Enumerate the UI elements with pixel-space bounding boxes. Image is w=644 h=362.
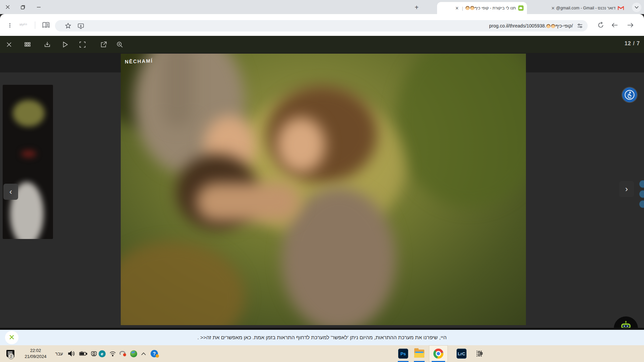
- tab-title: @gmail.com - Gmail - דואר נכנס: [556, 6, 615, 10]
- tab-separator: |: [462, 6, 463, 11]
- notice-text[interactable]: היי, שיפרנו את מערכת ההתראות, מהיום ניתן…: [0, 330, 644, 345]
- gmail-icon: [618, 6, 624, 10]
- tab-close-icon[interactable]: ✕: [454, 5, 460, 11]
- page-overlay: ••• NĒCHAMÍ ‹ ›: [0, 53, 644, 328]
- window-restore-button[interactable]: [18, 3, 28, 11]
- download-icon: [44, 42, 50, 48]
- bookmark-star-icon[interactable]: [63, 21, 73, 31]
- chevron-up-icon: [141, 352, 146, 355]
- open-external-button[interactable]: [98, 39, 109, 50]
- tab-active-forum[interactable]: תנו לי ביקורת - קופי כיף | ✕: [437, 2, 527, 14]
- eset-tray-button[interactable]: e: [97, 345, 107, 362]
- browser-menu-button[interactable]: [5, 20, 15, 30]
- volume-button[interactable]: [66, 345, 76, 362]
- back-button[interactable]: [610, 20, 620, 30]
- grid-icon: [24, 42, 31, 47]
- taskbar-task-view[interactable]: [472, 346, 487, 361]
- reload-button[interactable]: [596, 20, 606, 30]
- browser-toolbar: MyFn prog.co.il/threads/1005938. קופי-כי…: [0, 14, 644, 36]
- girl-face: [277, 117, 325, 173]
- accessibility-widget-button[interactable]: [622, 87, 637, 102]
- tab-title: תנו לי ביקורת - קופי כיף: [475, 6, 516, 10]
- thumb-cap-blur: [21, 150, 36, 158]
- edge-widget-dot[interactable]: [639, 180, 644, 188]
- notification-notice-bar: היי, שיפרנו את מערכת ההתראות, מהיום ניתן…: [0, 328, 644, 345]
- window-minimize-button[interactable]: [34, 3, 44, 11]
- url-text[interactable]: prog.co.il/threads/1005938. קופי-כיף/: [489, 20, 573, 32]
- clock-time: 22:02: [30, 348, 41, 354]
- accessibility-icon: [624, 89, 635, 100]
- photo-leaves: [121, 241, 245, 325]
- toolbar-divider: [35, 21, 35, 29]
- robot-icon: [618, 320, 634, 328]
- taskbar-clock[interactable]: 22:02 21/09/2024: [19, 345, 52, 362]
- chevron-down-icon: [635, 6, 639, 9]
- notice-close-button[interactable]: ✕: [5, 331, 18, 344]
- lightbox-photo[interactable]: NĒCHAMÍ: [121, 54, 526, 325]
- forward-button[interactable]: [625, 20, 635, 30]
- speaker-icon: [68, 351, 75, 357]
- idm-tray-button[interactable]: [129, 345, 138, 362]
- lightroom-icon: LrC: [457, 349, 467, 359]
- taskbar-photoshop[interactable]: Ps: [396, 346, 411, 361]
- play-icon: [63, 42, 68, 48]
- image-counter: 12 / 7: [625, 41, 640, 47]
- zoom-in-icon: [117, 42, 123, 48]
- task-view-icon: [476, 350, 484, 357]
- forum-favicon-icon: [518, 5, 524, 11]
- fullscreen-icon: [79, 42, 86, 48]
- book-icon: [42, 22, 50, 28]
- notification-badge: 2: [8, 353, 14, 359]
- action-center-button[interactable]: 2: [5, 345, 15, 362]
- slideshow-play-button[interactable]: [60, 39, 71, 50]
- photoshop-icon: Ps: [398, 349, 408, 359]
- next-image-button[interactable]: ›: [619, 181, 634, 197]
- language-indicator[interactable]: עבר: [53, 345, 65, 362]
- clock-date: 21/09/2024: [24, 354, 46, 360]
- lightbox-toolbar: 12 / 7: [0, 36, 644, 53]
- close-icon: [6, 42, 12, 47]
- address-bar[interactable]: prog.co.il/threads/1005938. קופי-כיף/: [55, 20, 588, 32]
- zoom-in-button[interactable]: [114, 39, 125, 50]
- browser-tabstrip: + תנו לי ביקורת - קופי כיף | ✕ @gmail.co…: [0, 0, 644, 14]
- taskbar-file-explorer[interactable]: [412, 346, 427, 361]
- tray-overflow-button[interactable]: [139, 345, 148, 362]
- desktop-screen: + תנו לי ביקורת - קופי כיף | ✕ @gmail.co…: [0, 0, 644, 362]
- battery-button[interactable]: [78, 345, 89, 362]
- photo-foliage: [396, 54, 526, 208]
- lightbox-close-button[interactable]: [4, 39, 14, 50]
- download-button[interactable]: [42, 39, 53, 50]
- previous-image-button[interactable]: ‹: [3, 184, 18, 200]
- tab-search-button[interactable]: [632, 3, 641, 12]
- open-in-new-icon: [101, 42, 107, 48]
- idm-globe-icon: [130, 350, 137, 357]
- wifi-icon: [109, 351, 116, 356]
- new-tab-button[interactable]: +: [412, 3, 421, 12]
- boy-emoji: [465, 6, 475, 10]
- extension-ghost-icon[interactable]: MyFn: [19, 22, 27, 26]
- reading-list-button[interactable]: [41, 20, 51, 30]
- help-tray-button[interactable]: ?: [149, 345, 160, 362]
- audio-device-tray-button[interactable]: [118, 345, 127, 362]
- muted-device-icon: [119, 351, 126, 356]
- girl-arm: [196, 183, 300, 221]
- send-to-device-icon[interactable]: [76, 21, 86, 31]
- fullscreen-button[interactable]: [77, 39, 88, 50]
- thumbnails-grid-button[interactable]: [22, 39, 33, 50]
- battery-icon: [79, 351, 87, 356]
- minimize-icon: [37, 5, 41, 9]
- taskbar-chrome[interactable]: [431, 346, 446, 361]
- chatbot-widget-button[interactable]: [614, 316, 638, 328]
- tab-close-icon[interactable]: ✕: [550, 5, 556, 11]
- url-suffix: קופי-כיף/: [555, 23, 573, 28]
- previous-image-thumbnail[interactable]: [3, 85, 53, 239]
- window-close-button[interactable]: [3, 3, 13, 11]
- edge-widget-dot[interactable]: [639, 190, 644, 198]
- site-settings-tune-icon[interactable]: [575, 21, 585, 31]
- taskbar-lightroom[interactable]: LrC: [454, 346, 469, 361]
- tab-gmail[interactable]: @gmail.com - Gmail - דואר נכנס ✕: [529, 2, 627, 14]
- wifi-button[interactable]: [108, 345, 117, 362]
- boy-emoji: [546, 23, 555, 28]
- edge-widget-dot[interactable]: [639, 200, 644, 208]
- url-prefix: prog.co.il/threads/1005938.: [489, 23, 546, 28]
